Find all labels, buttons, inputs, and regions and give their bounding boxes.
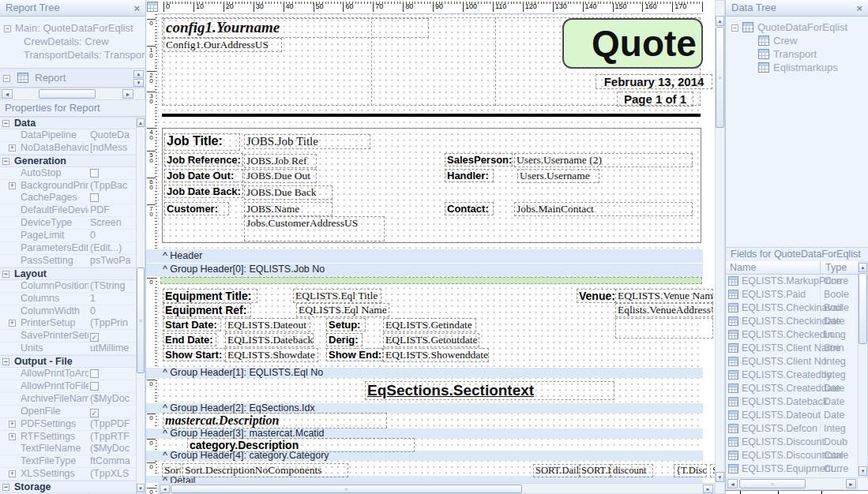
- expander-icon[interactable]: −: [2, 358, 9, 365]
- property-row[interactable]: DefaultFileDeviceTPDF: [0, 204, 136, 217]
- band-header[interactable]: ^ Group Header[3]: mastercat.Mcatid: [146, 428, 703, 439]
- field-row[interactable]: EQLISTS.Equipment...Curre: [726, 462, 858, 476]
- close-icon[interactable]: ×: [856, 3, 862, 13]
- property-value[interactable]: 0: [90, 230, 136, 241]
- spin-up-icon[interactable]: ▲: [133, 70, 144, 78]
- scroll-down-icon[interactable]: ▼: [137, 484, 145, 492]
- report-object[interactable]: SORT.Price: [579, 464, 611, 477]
- property-row[interactable]: DeviceTypeScreen: [0, 217, 136, 230]
- property-value[interactable]: ✓: [90, 406, 136, 417]
- report-object[interactable]: mastercat.Description: [163, 413, 387, 429]
- property-row[interactable]: ColumnWidth0: [0, 305, 136, 318]
- report-object[interactable]: Job Title:: [164, 133, 240, 151]
- property-row[interactable]: UnitsutMillime: [0, 342, 136, 355]
- scrollbar-thumb[interactable]: [859, 273, 867, 344]
- scroll-up-icon[interactable]: ▲: [859, 263, 867, 272]
- scroll-left-icon[interactable]: ◄: [160, 485, 170, 493]
- scroll-right-icon[interactable]: ►: [703, 485, 713, 493]
- report-object[interactable]: EQLISTS.Dateout: [225, 318, 310, 332]
- property-value[interactable]: [ndMess: [90, 142, 136, 154]
- property-value[interactable]: ✓: [90, 330, 136, 342]
- expander-icon[interactable]: −: [2, 120, 9, 127]
- report-object[interactable]: Page 1 of 1: [617, 92, 693, 107]
- report-object[interactable]: Quote: [590, 21, 702, 66]
- expander-icon[interactable]: −: [2, 158, 9, 165]
- data-tree-item[interactable]: Transport: [726, 47, 868, 61]
- property-row[interactable]: +PDFSettings(TppPDF: [0, 418, 136, 431]
- field-row[interactable]: EQLISTS.PaidBoole: [726, 288, 858, 301]
- property-value[interactable]: ($MyDoc: [90, 393, 136, 405]
- property-row[interactable]: +RTFSettings(TppRTF: [0, 431, 136, 443]
- canvas-vscrollbar[interactable]: ▲ ≡ ▼: [715, 0, 725, 494]
- checkbox[interactable]: ✓: [90, 409, 99, 417]
- report-object[interactable]: Job Date Back:: [164, 185, 243, 198]
- report-object[interactable]: EQLISTS.Showdate: [225, 348, 318, 362]
- report-object[interactable]: February 13, 2014: [596, 74, 712, 89]
- expander-icon[interactable]: +: [9, 433, 16, 440]
- data-tree-item[interactable]: Eqlistmarkups: [726, 61, 868, 74]
- data-tree-item[interactable]: Crew: [726, 34, 868, 47]
- checkbox[interactable]: [90, 169, 99, 178]
- property-value[interactable]: (Edit...): [90, 242, 136, 254]
- report-object[interactable]: Show Start:: [163, 348, 226, 361]
- property-value[interactable]: utMillime: [90, 342, 136, 354]
- property-row[interactable]: CachePages: [0, 192, 136, 204]
- checkbox[interactable]: ✓: [90, 333, 99, 342]
- report-tree-item[interactable]: −Main: QuoteDataForEqlist: [0, 21, 145, 35]
- report-object[interactable]: Equipment Title:: [163, 289, 257, 303]
- property-value[interactable]: Screen: [90, 217, 136, 229]
- field-row[interactable]: EQLISTS.CheckindateDate: [726, 315, 858, 328]
- expander-icon[interactable]: −: [4, 25, 11, 32]
- report-object[interactable]: Venue:: [577, 289, 616, 303]
- property-row[interactable]: PageLimit0: [0, 230, 136, 242]
- field-row[interactable]: EQLISTS.DateoutDate: [726, 409, 858, 422]
- report-object[interactable]: Setup:: [326, 318, 366, 331]
- property-row[interactable]: ParametersEditor(Edit...): [0, 242, 136, 255]
- report-object[interactable]: Users.Username: [517, 169, 599, 183]
- property-value[interactable]: 1: [90, 293, 136, 305]
- report-object[interactable]: EQLISTS.Getindate: [383, 318, 476, 332]
- spin-down-icon[interactable]: ▼: [133, 79, 144, 87]
- report-object[interactable]: EQLISTS.Venue Name: [615, 289, 713, 303]
- scrollbar-thumb[interactable]: ≡: [171, 485, 522, 493]
- band-header[interactable]: ^ Group Header[2]: EqSections.Idx: [146, 402, 703, 414]
- property-value[interactable]: [90, 192, 136, 204]
- expander-icon[interactable]: −: [2, 271, 9, 278]
- report-object[interactable]: Job Date Out:: [164, 169, 243, 182]
- report-object[interactable]: Sort.DescriptionNoComponents: [182, 463, 348, 477]
- report-object[interactable]: Jobs.CustomerAddressUS: [244, 216, 385, 241]
- property-value[interactable]: [90, 167, 136, 179]
- report-object[interactable]: Config1.OurAddressUS: [163, 38, 282, 52]
- property-group-row[interactable]: −Layout: [0, 268, 136, 280]
- expander-icon[interactable]: −: [731, 24, 738, 32]
- property-row[interactable]: SavePrinterSetup✓: [0, 330, 136, 342]
- report-object[interactable]: Eqlists.VenueAddressU: [615, 303, 713, 317]
- expander-icon[interactable]: −: [2, 484, 9, 491]
- scroll-left-icon[interactable]: ◄: [2, 89, 13, 99]
- report-object[interactable]: SORT.Daily: [533, 464, 581, 477]
- field-row[interactable]: EQLISTS.DiscounttotalCurre: [726, 449, 858, 462]
- report-object[interactable]: Show End:: [326, 348, 383, 361]
- report-object[interactable]: EqSections.Sectiontext: [365, 381, 614, 400]
- property-row[interactable]: TextFileTypeftComma: [0, 455, 136, 468]
- report-object[interactable]: Customer:: [164, 202, 229, 215]
- selector-scrollbar[interactable]: ◄ ►: [0, 88, 145, 100]
- report-object[interactable]: EQLISTS.Showenddate: [383, 348, 489, 362]
- expander-icon[interactable]: +: [9, 182, 16, 189]
- field-row[interactable]: EQLISTS.Checkedin...Long: [726, 328, 858, 342]
- report-object[interactable]: JOBS.Job Ref: [244, 154, 317, 168]
- scrollbar-thumb[interactable]: [39, 89, 96, 99]
- object-selector[interactable]: − Report ▲ ▼: [0, 68, 145, 88]
- properties-scrollbar[interactable]: ▲ ≡ ▼: [136, 117, 145, 494]
- report-object[interactable]: config1.Yourname: [163, 18, 429, 38]
- property-value[interactable]: (TppRTF: [90, 431, 136, 443]
- report-object[interactable]: {T.Disco: [674, 464, 707, 477]
- property-row[interactable]: AllowPrintToArchiv: [0, 368, 136, 380]
- property-row[interactable]: ColumnPositions(TString: [0, 280, 136, 293]
- fields-vscrollbar[interactable]: ▲ ▼: [858, 261, 868, 477]
- field-row[interactable]: EQLISTS.MarkupPriceCurre: [726, 275, 858, 288]
- property-row[interactable]: +NoDataBehaviors[ndMess: [0, 142, 136, 155]
- checkbox[interactable]: [90, 193, 99, 202]
- report-object[interactable]: Start Date:: [163, 318, 221, 331]
- report-object[interactable]: EQLISTS.Eql Title: [293, 289, 381, 303]
